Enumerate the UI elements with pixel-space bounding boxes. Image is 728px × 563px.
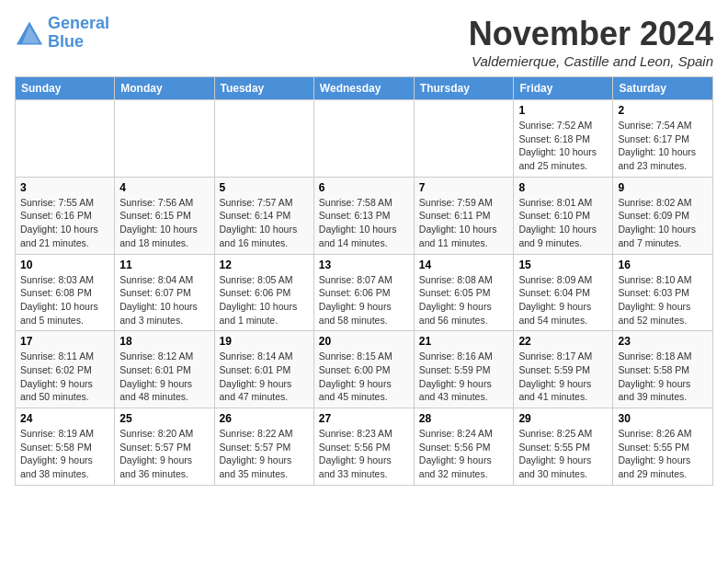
header: General Blue November 2024 Valdemierque,… — [15, 15, 713, 69]
day-info: Sunrise: 8:10 AMSunset: 6:03 PMDaylight:… — [618, 273, 708, 327]
day-number: 19 — [220, 335, 309, 348]
day-info: Sunrise: 8:11 AMSunset: 6:02 PMDaylight:… — [20, 350, 109, 404]
calendar-table: SundayMondayTuesdayWednesdayThursdayFrid… — [15, 76, 713, 486]
location-title: Valdemierque, Castille and Leon, Spain — [469, 53, 713, 69]
calendar-cell: 18Sunrise: 8:12 AMSunset: 6:01 PMDayligh… — [115, 331, 214, 408]
day-info: Sunrise: 8:19 AMSunset: 5:58 PMDaylight:… — [20, 427, 109, 481]
day-number: 28 — [419, 412, 509, 425]
day-info: Sunrise: 8:12 AMSunset: 6:01 PMDaylight:… — [119, 350, 209, 404]
day-number: 22 — [518, 335, 608, 348]
logo-general: General — [48, 14, 109, 32]
weekday-header-thursday: Thursday — [414, 77, 514, 100]
calendar-cell: 16Sunrise: 8:10 AMSunset: 6:03 PMDayligh… — [613, 254, 713, 331]
day-number: 25 — [119, 412, 209, 425]
weekday-header-wednesday: Wednesday — [313, 77, 414, 100]
weekday-header-row: SundayMondayTuesdayWednesdayThursdayFrid… — [16, 77, 713, 100]
logo-text: General Blue — [48, 15, 109, 52]
day-info: Sunrise: 8:24 AMSunset: 5:56 PMDaylight:… — [419, 427, 509, 481]
day-number: 16 — [618, 259, 708, 271]
calendar-cell: 5Sunrise: 7:57 AMSunset: 6:14 PMDaylight… — [214, 177, 313, 254]
day-info: Sunrise: 8:04 AMSunset: 6:07 PMDaylight:… — [119, 273, 209, 327]
day-number: 13 — [319, 259, 409, 271]
day-info: Sunrise: 8:08 AMSunset: 6:05 PMDaylight:… — [419, 273, 509, 327]
day-number: 15 — [518, 259, 608, 271]
day-number: 23 — [618, 335, 708, 348]
day-number: 4 — [119, 181, 209, 194]
weekday-header-friday: Friday — [514, 77, 613, 100]
calendar-cell: 6Sunrise: 7:58 AMSunset: 6:13 PMDaylight… — [313, 177, 414, 254]
day-number: 17 — [20, 335, 109, 348]
day-info: Sunrise: 7:59 AMSunset: 6:11 PMDaylight:… — [419, 196, 509, 250]
day-number: 10 — [20, 259, 109, 271]
day-info: Sunrise: 8:09 AMSunset: 6:04 PMDaylight:… — [518, 273, 608, 327]
logo-icon — [15, 20, 44, 46]
calendar-cell: 9Sunrise: 8:02 AMSunset: 6:09 PMDaylight… — [613, 177, 713, 254]
calendar-cell — [214, 100, 313, 178]
day-info: Sunrise: 8:17 AMSunset: 5:59 PMDaylight:… — [518, 350, 608, 404]
day-number: 29 — [518, 412, 608, 425]
day-info: Sunrise: 8:14 AMSunset: 6:01 PMDaylight:… — [220, 350, 309, 404]
day-info: Sunrise: 7:55 AMSunset: 6:16 PMDaylight:… — [20, 196, 109, 250]
logo-blue: Blue — [48, 33, 109, 52]
week-row-2: 3Sunrise: 7:55 AMSunset: 6:16 PMDaylight… — [16, 177, 713, 254]
day-number: 30 — [618, 412, 708, 425]
day-info: Sunrise: 7:54 AMSunset: 6:17 PMDaylight:… — [618, 119, 708, 173]
calendar-cell: 23Sunrise: 8:18 AMSunset: 5:58 PMDayligh… — [613, 331, 713, 408]
calendar-cell: 24Sunrise: 8:19 AMSunset: 5:58 PMDayligh… — [16, 408, 115, 486]
calendar-cell: 17Sunrise: 8:11 AMSunset: 6:02 PMDayligh… — [16, 331, 115, 408]
calendar-cell: 30Sunrise: 8:26 AMSunset: 5:55 PMDayligh… — [613, 408, 713, 486]
calendar-cell: 28Sunrise: 8:24 AMSunset: 5:56 PMDayligh… — [414, 408, 514, 486]
calendar-cell: 25Sunrise: 8:20 AMSunset: 5:57 PMDayligh… — [115, 408, 214, 486]
day-info: Sunrise: 8:23 AMSunset: 5:56 PMDaylight:… — [319, 427, 409, 481]
calendar-cell — [16, 100, 115, 178]
week-row-4: 17Sunrise: 8:11 AMSunset: 6:02 PMDayligh… — [16, 331, 713, 408]
day-number: 8 — [518, 181, 608, 194]
calendar-cell: 8Sunrise: 8:01 AMSunset: 6:10 PMDaylight… — [514, 177, 613, 254]
calendar-cell: 27Sunrise: 8:23 AMSunset: 5:56 PMDayligh… — [313, 408, 414, 486]
calendar-cell: 1Sunrise: 7:52 AMSunset: 6:18 PMDaylight… — [514, 100, 613, 178]
day-info: Sunrise: 8:16 AMSunset: 5:59 PMDaylight:… — [419, 350, 509, 404]
week-row-1: 1Sunrise: 7:52 AMSunset: 6:18 PMDaylight… — [16, 100, 713, 178]
calendar-cell: 22Sunrise: 8:17 AMSunset: 5:59 PMDayligh… — [514, 331, 613, 408]
calendar-cell: 13Sunrise: 8:07 AMSunset: 6:06 PMDayligh… — [313, 254, 414, 331]
month-title: November 2024 — [469, 15, 713, 53]
day-number: 11 — [119, 259, 209, 271]
calendar-cell: 29Sunrise: 8:25 AMSunset: 5:55 PMDayligh… — [514, 408, 613, 486]
day-info: Sunrise: 8:07 AMSunset: 6:06 PMDaylight:… — [319, 273, 409, 327]
calendar-cell: 21Sunrise: 8:16 AMSunset: 5:59 PMDayligh… — [414, 331, 514, 408]
day-info: Sunrise: 8:02 AMSunset: 6:09 PMDaylight:… — [618, 196, 708, 250]
calendar-cell: 19Sunrise: 8:14 AMSunset: 6:01 PMDayligh… — [214, 331, 313, 408]
calendar-cell: 10Sunrise: 8:03 AMSunset: 6:08 PMDayligh… — [16, 254, 115, 331]
calendar-cell: 14Sunrise: 8:08 AMSunset: 6:05 PMDayligh… — [414, 254, 514, 331]
day-number: 1 — [518, 104, 608, 117]
day-number: 18 — [119, 335, 209, 348]
day-number: 20 — [319, 335, 409, 348]
calendar-cell: 3Sunrise: 7:55 AMSunset: 6:16 PMDaylight… — [16, 177, 115, 254]
day-info: Sunrise: 8:22 AMSunset: 5:57 PMDaylight:… — [220, 427, 309, 481]
day-number: 26 — [220, 412, 309, 425]
calendar-cell: 4Sunrise: 7:56 AMSunset: 6:15 PMDaylight… — [115, 177, 214, 254]
day-number: 21 — [419, 335, 509, 348]
day-number: 7 — [419, 181, 509, 194]
calendar-cell: 26Sunrise: 8:22 AMSunset: 5:57 PMDayligh… — [214, 408, 313, 486]
day-info: Sunrise: 8:26 AMSunset: 5:55 PMDaylight:… — [618, 427, 708, 481]
calendar-cell: 15Sunrise: 8:09 AMSunset: 6:04 PMDayligh… — [514, 254, 613, 331]
weekday-header-sunday: Sunday — [16, 77, 115, 100]
day-info: Sunrise: 8:25 AMSunset: 5:55 PMDaylight:… — [518, 427, 608, 481]
day-info: Sunrise: 8:05 AMSunset: 6:06 PMDaylight:… — [220, 273, 309, 327]
calendar-cell — [414, 100, 514, 178]
day-number: 24 — [20, 412, 109, 425]
day-number: 14 — [419, 259, 509, 271]
day-info: Sunrise: 8:18 AMSunset: 5:58 PMDaylight:… — [618, 350, 708, 404]
day-info: Sunrise: 7:58 AMSunset: 6:13 PMDaylight:… — [319, 196, 409, 250]
day-number: 2 — [618, 104, 708, 117]
calendar-cell: 2Sunrise: 7:54 AMSunset: 6:17 PMDaylight… — [613, 100, 713, 178]
day-info: Sunrise: 7:52 AMSunset: 6:18 PMDaylight:… — [518, 119, 608, 173]
title-area: November 2024 Valdemierque, Castille and… — [469, 15, 713, 69]
calendar-cell: 11Sunrise: 8:04 AMSunset: 6:07 PMDayligh… — [115, 254, 214, 331]
day-info: Sunrise: 8:20 AMSunset: 5:57 PMDaylight:… — [119, 427, 209, 481]
day-info: Sunrise: 8:01 AMSunset: 6:10 PMDaylight:… — [518, 196, 608, 250]
day-number: 3 — [20, 181, 109, 194]
logo: General Blue — [15, 15, 109, 52]
day-number: 12 — [220, 259, 309, 271]
